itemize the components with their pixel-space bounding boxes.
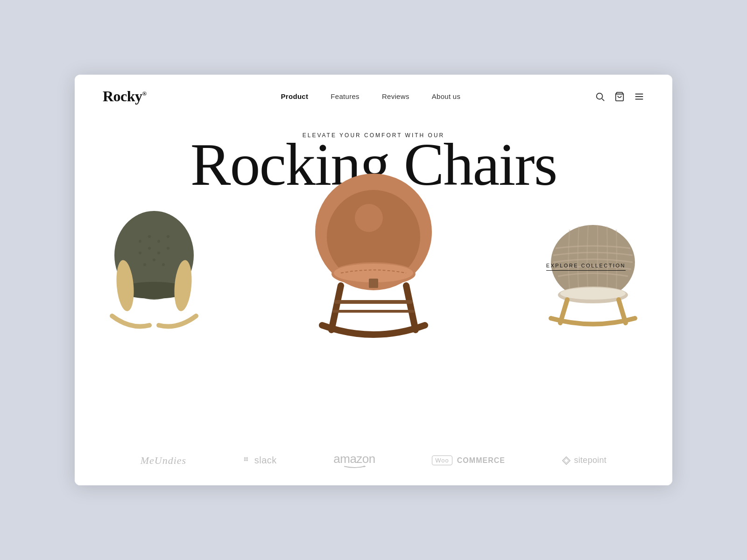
sitepoint-text: sitepoint bbox=[574, 455, 606, 465]
svg-point-17 bbox=[167, 247, 169, 250]
svg-point-19 bbox=[153, 259, 155, 261]
brand-woocommerce: Woo COMMERCE bbox=[432, 455, 505, 465]
svg-point-14 bbox=[139, 252, 141, 254]
svg-point-26 bbox=[355, 204, 383, 232]
svg-point-12 bbox=[157, 240, 160, 243]
svg-rect-31 bbox=[246, 457, 248, 459]
nav-item-features[interactable]: Features bbox=[331, 92, 359, 101]
nav-item-aboutus[interactable]: About us bbox=[432, 92, 461, 101]
hero-section: ELEVATE YOUR COMFORT WITH OUR Rocking Ch… bbox=[75, 118, 672, 435]
nav-item-reviews[interactable]: Reviews bbox=[382, 92, 409, 101]
svg-rect-32 bbox=[244, 459, 246, 461]
menu-icon[interactable] bbox=[634, 91, 644, 102]
sitepoint-icon bbox=[562, 456, 571, 465]
chair-center bbox=[303, 167, 444, 344]
hero-subtitle: ELEVATE YOUR COMFORT WITH OUR bbox=[303, 132, 445, 139]
svg-point-29 bbox=[560, 287, 626, 300]
meundies-text: MeUndies bbox=[141, 455, 186, 467]
chairs-row bbox=[75, 167, 672, 344]
svg-rect-33 bbox=[246, 459, 248, 461]
cart-icon[interactable] bbox=[614, 91, 625, 102]
brand-slack: slack bbox=[243, 455, 277, 466]
svg-point-20 bbox=[162, 263, 165, 266]
chair-right-svg bbox=[542, 218, 644, 330]
browser-frame: Rocky® Product Features Reviews About us bbox=[75, 75, 672, 485]
explore-collection-button[interactable]: EXPLORE COLLECTION bbox=[546, 263, 626, 271]
svg-point-11 bbox=[148, 235, 151, 238]
nav-item-product[interactable]: Product bbox=[281, 92, 309, 101]
svg-rect-25 bbox=[369, 279, 378, 288]
logo[interactable]: Rocky® bbox=[103, 88, 147, 105]
chair-center-svg bbox=[303, 167, 444, 344]
search-icon[interactable] bbox=[595, 91, 605, 102]
svg-point-10 bbox=[139, 240, 141, 243]
brands-section: MeUndies slack amazon Woo COMMERCE bbox=[75, 435, 672, 485]
chair-right bbox=[542, 218, 644, 330]
nav-link-features[interactable]: Features bbox=[331, 92, 359, 100]
woocommerce-text: COMMERCE bbox=[457, 456, 505, 465]
nav-links: Product Features Reviews About us bbox=[281, 92, 461, 101]
amazon-arrow-icon bbox=[343, 464, 366, 469]
explore-btn-wrap[interactable]: EXPLORE COLLECTION bbox=[546, 263, 626, 271]
svg-line-1 bbox=[602, 98, 605, 101]
svg-point-16 bbox=[157, 252, 160, 254]
svg-point-15 bbox=[148, 247, 151, 250]
slack-icon bbox=[243, 456, 252, 465]
svg-point-18 bbox=[143, 263, 146, 266]
nav-icons bbox=[595, 91, 644, 102]
svg-point-13 bbox=[167, 235, 169, 238]
woo-badge: Woo bbox=[432, 455, 452, 465]
logo-text: Rocky bbox=[103, 88, 142, 105]
slack-text: slack bbox=[254, 455, 277, 466]
logo-sup: ® bbox=[142, 90, 147, 97]
brand-amazon: amazon bbox=[333, 452, 375, 469]
svg-marker-34 bbox=[364, 466, 366, 468]
chair-left-svg bbox=[103, 204, 205, 335]
svg-point-0 bbox=[597, 93, 603, 99]
brand-meundies: MeUndies bbox=[141, 455, 186, 467]
svg-rect-30 bbox=[244, 457, 246, 459]
nav-link-reviews[interactable]: Reviews bbox=[382, 92, 409, 100]
nav-link-aboutus[interactable]: About us bbox=[432, 92, 461, 100]
navbar: Rocky® Product Features Reviews About us bbox=[75, 75, 672, 118]
chair-left bbox=[103, 204, 205, 335]
brand-sitepoint: sitepoint bbox=[562, 455, 606, 465]
nav-link-product[interactable]: Product bbox=[281, 92, 309, 100]
